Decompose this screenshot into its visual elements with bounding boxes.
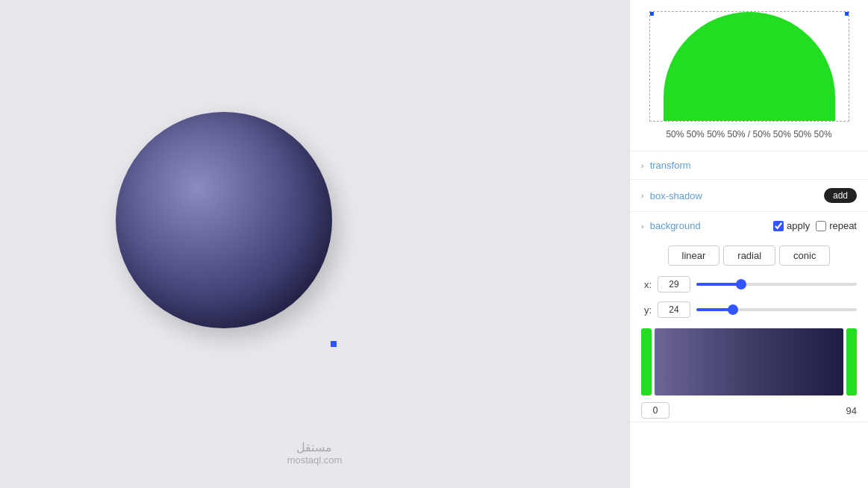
repeat-checkbox-label[interactable]: repeat <box>816 220 857 231</box>
apply-label: apply <box>787 220 810 231</box>
box-shadow-section: › box-shadow add <box>630 180 868 212</box>
shape-preview-area: 50% 50% 50% 50% / 50% 50% 50% 50% <box>630 0 868 151</box>
linear-button[interactable]: linear <box>668 245 720 266</box>
canvas-area: مستقل mostaql.com <box>0 0 629 488</box>
transform-chevron-icon: › <box>641 161 644 170</box>
background-header-right: apply repeat <box>773 220 857 231</box>
transform-header[interactable]: › transform <box>630 151 868 179</box>
sphere-shape <box>116 112 332 328</box>
conic-button[interactable]: conic <box>779 245 830 266</box>
y-slider-track[interactable] <box>696 308 857 311</box>
background-label: background <box>650 220 701 231</box>
x-slider-fill <box>696 283 741 286</box>
background-section: › background apply repeat linear radial … <box>630 212 868 422</box>
gradient-bar-wrapper <box>641 328 857 395</box>
apply-checkbox[interactable] <box>773 221 784 231</box>
stop-left-input[interactable] <box>641 402 669 419</box>
background-header[interactable]: › background apply repeat <box>630 212 868 240</box>
transform-label: transform <box>650 160 691 171</box>
x-slider-thumb[interactable] <box>736 279 746 290</box>
box-shadow-chevron-icon: › <box>641 191 644 200</box>
x-slider-track[interactable] <box>696 283 857 286</box>
radial-button[interactable]: radial <box>723 245 775 266</box>
gradient-bar-inner <box>655 328 843 395</box>
box-shadow-label: box-shadow <box>650 190 702 201</box>
green-semicircle <box>650 12 849 121</box>
y-slider-row: y: <box>630 297 868 322</box>
x-slider-row: x: <box>630 272 868 297</box>
y-value-input[interactable] <box>658 301 690 318</box>
right-panel: 50% 50% 50% 50% / 50% 50% 50% 50% › tran… <box>629 0 868 488</box>
shape-preview-container[interactable] <box>649 11 849 122</box>
border-radius-text: 50% 50% 50% 50% / 50% 50% 50% 50% <box>666 129 831 140</box>
green-shape <box>664 12 835 122</box>
box-shadow-add-button[interactable]: add <box>824 188 857 203</box>
background-chevron-icon: › <box>641 222 644 231</box>
gradient-color-bar[interactable] <box>655 328 843 395</box>
gradient-type-row: linear radial conic <box>630 240 868 272</box>
transform-section: › transform <box>630 151 868 180</box>
transform-header-left: › transform <box>641 160 691 171</box>
y-label: y: <box>641 304 652 316</box>
box-shadow-header-left: › box-shadow <box>641 190 702 201</box>
watermark-latin: mostaql.com <box>287 454 343 466</box>
stops-row: 94 <box>630 399 868 422</box>
box-shadow-header[interactable]: › box-shadow add <box>630 180 868 211</box>
x-value-input[interactable] <box>658 276 690 293</box>
x-label: x: <box>641 279 652 290</box>
gradient-stop-right[interactable] <box>846 328 857 395</box>
y-slider-thumb[interactable] <box>728 304 738 315</box>
repeat-label: repeat <box>829 220 857 231</box>
apply-checkbox-label[interactable]: apply <box>773 220 810 231</box>
gradient-bar-container <box>630 322 868 399</box>
anchor-handle[interactable] <box>331 341 337 347</box>
watermark-arabic: مستقل <box>287 440 343 454</box>
watermark: مستقل mostaql.com <box>287 440 343 466</box>
stop-right-value: 94 <box>846 402 857 419</box>
gradient-stop-left[interactable] <box>641 328 652 395</box>
repeat-checkbox[interactable] <box>816 221 826 231</box>
